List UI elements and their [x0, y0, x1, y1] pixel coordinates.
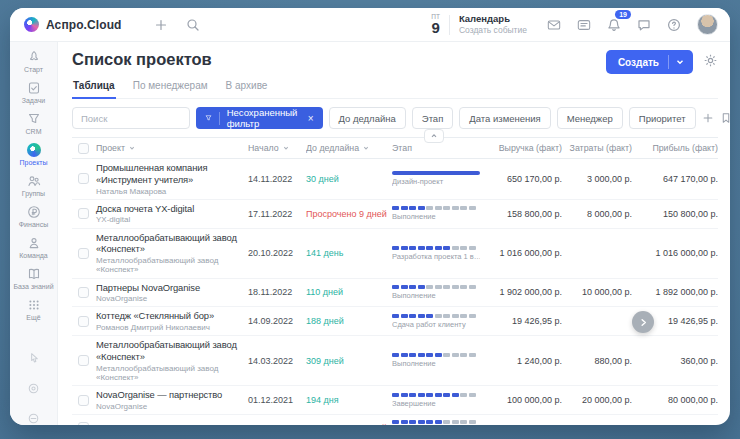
row-checkbox[interactable] [78, 395, 89, 406]
sidebar-item-label: Финансы [19, 221, 48, 229]
sidebar-item-проекты[interactable]: Проекты [12, 139, 56, 170]
profit-value: 150 800,00 р. [634, 209, 718, 219]
user-avatar[interactable] [697, 14, 718, 35]
row-checkbox[interactable] [78, 248, 89, 259]
revenue-value: 650 170,00 р. [482, 174, 562, 184]
project-title[interactable]: NovaOrganise — партнерство [96, 389, 246, 401]
table-row[interactable]: Доска почета YX-digital YX-digital 17.11… [72, 200, 718, 229]
table-row[interactable]: Металлообрабатывающий завод «Конспект» М… [72, 336, 718, 386]
quick-add-icon[interactable] [150, 14, 172, 36]
table-header: ПроектНачалоДо дедлайнаЭтапВыручка (факт… [72, 137, 718, 159]
sidebar-item-crm[interactable]: CRM [12, 108, 56, 139]
table-row[interactable]: Коттедж «Стеклянный бор» Романов Дмитрий… [72, 307, 718, 336]
calendar-widget[interactable]: Календарь Создать событие [459, 13, 527, 36]
notifications-bell-icon[interactable]: 19 [603, 14, 625, 36]
sidebar-item-база-знаний[interactable]: База знаний [12, 263, 56, 294]
tab-в-архиве[interactable]: В архиве [225, 80, 269, 98]
project-title[interactable]: Коттедж «Стеклянный бор» [96, 310, 246, 322]
sort-chevron-icon [362, 144, 370, 152]
project-title[interactable]: Промышленная компания «Инструмент учител… [96, 162, 246, 186]
create-button[interactable]: Создать [606, 50, 693, 74]
project-title[interactable]: Доска почета YX-digital [96, 203, 246, 215]
page-title: Список проектов [72, 50, 212, 69]
page-settings-gear-icon[interactable] [703, 53, 718, 72]
finance-icon [27, 205, 41, 219]
table-row[interactable]: NovaOrganise — партнерство NovaOrganise … [72, 386, 718, 415]
row-checkbox[interactable] [78, 355, 89, 366]
project-title[interactable]: ХМАО- Сургут [96, 422, 246, 425]
costs-value: 10 000,00 р. [564, 287, 632, 297]
remove-filter-icon[interactable]: × [308, 113, 314, 124]
sidebar-item-задачи[interactable]: Задачи [12, 77, 56, 108]
search-input[interactable] [72, 107, 190, 129]
projects-table: Промышленная компания «Инструмент учител… [72, 159, 718, 425]
tab-таблица[interactable]: Таблица [72, 80, 116, 99]
row-checkbox[interactable] [78, 287, 89, 298]
stage-label: Разработка проекта 1 в… [392, 252, 480, 261]
row-checkbox[interactable] [78, 422, 89, 425]
project-subtitle: Романов Дмитрий Николаевич [96, 323, 246, 332]
sidebar-item-команда[interactable]: Команда [12, 232, 56, 263]
stage-label: Выполнение [392, 291, 480, 300]
profit-value: 30 000,00 р. [634, 423, 718, 425]
tab-по-менеджерам[interactable]: По менеджерам [132, 80, 209, 98]
project-title[interactable]: Металлообрабатывающий завод «Конспект» [96, 339, 246, 363]
help-icon[interactable] [663, 14, 685, 36]
start-date: 14.03.2022 [248, 356, 304, 366]
sidebar-item-группы[interactable]: Группы [12, 170, 56, 201]
filter-button-дата-изменения[interactable]: Дата изменения [459, 107, 550, 129]
filter-button-до-дедлайна[interactable]: До дедлайна [329, 107, 406, 129]
profit-value: 1 892 000,00 р. [634, 287, 718, 297]
mail-icon[interactable] [543, 14, 565, 36]
rocket-icon [27, 50, 41, 64]
project-title[interactable]: Партнеры NovaOrganise [96, 282, 246, 294]
ring-icon[interactable] [27, 381, 40, 399]
row-checkbox[interactable] [78, 316, 89, 327]
filter-button-этап[interactable]: Этап [412, 107, 454, 129]
start-date: 14.09.2022 [248, 316, 304, 326]
calendar-create-event[interactable]: Создать событие [459, 25, 527, 36]
stage-progress-bar [392, 353, 480, 357]
start-date: 17.11.2022 [248, 209, 304, 219]
sidebar-item-ещё[interactable]: Ещё [12, 294, 56, 325]
row-checkbox[interactable] [78, 208, 89, 219]
revenue-value: 100 000,00 р. [482, 395, 562, 405]
ring2-icon[interactable] [27, 411, 40, 425]
project-title[interactable]: Металлообрабатывающий завод «Конспект» [96, 232, 246, 256]
scroll-top-button[interactable] [424, 129, 444, 143]
column-header[interactable]: До дедлайна [306, 143, 390, 153]
active-filter-chip[interactable]: Несохраненный фильтр × [196, 107, 323, 129]
column-header[interactable]: Проект [96, 143, 246, 153]
table-row[interactable]: Металлообрабатывающий завод «Конспект» М… [72, 229, 718, 279]
calendar-date[interactable]: Пт 9 [431, 14, 440, 36]
main-content: Список проектов Создать ТаблицаПо менедж… [58, 42, 730, 425]
sidebar-item-финансы[interactable]: Финансы [12, 201, 56, 232]
deadline-value: 194 дня [306, 395, 390, 405]
row-checkbox[interactable] [78, 173, 89, 184]
search-icon[interactable] [182, 14, 204, 36]
sidebar-item-старт[interactable]: Старт [12, 46, 56, 77]
cursor-icon[interactable] [27, 351, 40, 369]
table-row[interactable]: Партнеры NovaOrganise NovaOrganise 18.11… [72, 279, 718, 308]
deadline-value: Просрочено 7 дней [306, 423, 390, 425]
table-row[interactable]: ХМАО- Сургут 01.12.2022 Просрочено 7 дне… [72, 415, 718, 425]
add-filter-icon[interactable] [702, 108, 714, 128]
column-header: Затраты (факт) [564, 143, 632, 153]
notes-icon[interactable] [573, 14, 595, 36]
profit-value: 80 000,00 р. [634, 395, 718, 405]
stage-progress-bar [392, 171, 480, 175]
column-header: Прибыль (факт) [634, 143, 718, 153]
sidebar-item-label: Старт [24, 66, 43, 74]
funnel-icon [205, 113, 212, 123]
filter-button-менеджер[interactable]: Менеджер [557, 107, 623, 129]
filter-bar: Несохраненный фильтр × До дедлайнаЭтапДа… [72, 107, 718, 129]
chat-icon[interactable] [633, 14, 655, 36]
deadline-value: Просрочено 9 дней [306, 209, 390, 219]
column-header[interactable]: Начало [248, 143, 304, 153]
select-all-checkbox[interactable] [78, 143, 89, 154]
filter-button-приоритет[interactable]: Приоритет [629, 107, 696, 129]
column-header: Этап [392, 143, 480, 153]
scroll-right-button[interactable] [632, 311, 654, 333]
table-row[interactable]: Промышленная компания «Инструмент учител… [72, 159, 718, 200]
bookmark-icon[interactable] [720, 108, 730, 128]
